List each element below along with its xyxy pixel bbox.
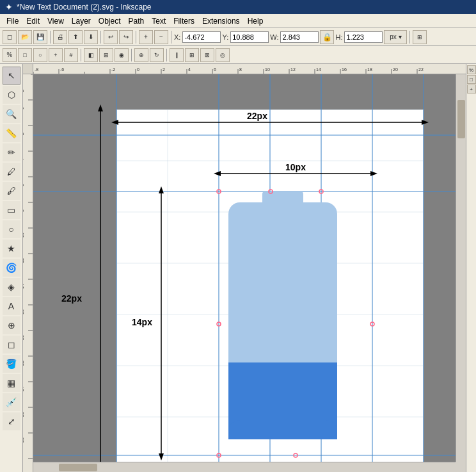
gradient-tool[interactable]: ▦ xyxy=(3,374,20,392)
svg-text:12: 12 xyxy=(23,258,24,263)
svg-rect-118 xyxy=(59,464,97,471)
svg-text:0: 0 xyxy=(137,67,139,72)
title-bar: ✦ *New Text Document (2).svg - Inkscape xyxy=(0,0,476,14)
h-label: H: xyxy=(335,33,342,41)
svg-text:18: 18 xyxy=(23,309,24,314)
snap-nodes[interactable]: ○ xyxy=(33,48,47,62)
h-field: H: xyxy=(335,31,383,43)
snap-bbox-corner[interactable]: ◧ xyxy=(84,48,98,62)
svg-text:16: 16 xyxy=(342,67,347,72)
svg-text:22px: 22px xyxy=(247,111,267,121)
drawing-area[interactable]: 22px 10px 22px 14px xyxy=(33,74,466,472)
rect-tool[interactable]: ▭ xyxy=(3,201,20,219)
snap-to-bbox[interactable]: ⊠ xyxy=(200,48,214,62)
snap-right-2[interactable]: □ xyxy=(467,75,476,84)
snap-right-1[interactable]: % xyxy=(467,65,476,74)
window-title: *New Text Document (2).svg - Inkscape xyxy=(17,3,152,12)
x-input[interactable] xyxy=(182,31,221,43)
zoom-out-button[interactable]: − xyxy=(154,30,168,44)
menu-edit[interactable]: Edit xyxy=(22,15,44,27)
menu-extensions[interactable]: Extensions xyxy=(198,15,244,27)
spiral-tool[interactable]: 🌀 xyxy=(3,259,20,277)
menu-object[interactable]: Object xyxy=(95,15,125,27)
ruler-corner xyxy=(23,64,33,74)
y-input[interactable] xyxy=(230,31,269,43)
transform-button[interactable]: ⊞ xyxy=(413,30,427,44)
calligraphy-tool[interactable]: 🖋 xyxy=(3,182,20,200)
spray-tool[interactable]: ⊕ xyxy=(3,316,20,334)
bucket-tool[interactable]: 🪣 xyxy=(3,355,20,373)
select-tool[interactable]: ↖ xyxy=(3,67,20,85)
lock-aspect-icon[interactable]: 🔒 xyxy=(320,30,334,44)
svg-canvas[interactable]: 22px 10px 22px 14px xyxy=(33,74,466,472)
x-label: X: xyxy=(174,33,180,41)
connector-tool[interactable]: ⤢ xyxy=(3,412,20,430)
svg-text:6: 6 xyxy=(23,184,24,186)
svg-text:-2: -2 xyxy=(23,90,24,94)
star-tool[interactable]: ★ xyxy=(3,240,20,257)
svg-text:8: 8 xyxy=(239,67,242,72)
undo-button[interactable]: ↩ xyxy=(104,30,118,44)
save-button[interactable]: 💾 xyxy=(33,30,47,44)
new-button[interactable]: ◻ xyxy=(3,30,17,44)
pen-tool[interactable]: 🖊 xyxy=(3,163,20,181)
snap-to-grid[interactable]: ⊞ xyxy=(185,48,199,62)
snap-guides[interactable]: + xyxy=(49,48,63,62)
snap-center[interactable]: ⊕ xyxy=(134,48,148,62)
pencil-tool[interactable]: ✏ xyxy=(3,143,20,161)
circle-tool[interactable]: ○ xyxy=(3,220,20,238)
svg-rect-93 xyxy=(262,199,303,207)
redo-button[interactable]: ↪ xyxy=(119,30,133,44)
h-input[interactable] xyxy=(344,31,383,43)
menu-path[interactable]: Path xyxy=(125,15,148,27)
y-label: Y: xyxy=(222,33,228,41)
scrollbar-vertical[interactable] xyxy=(456,74,466,462)
unit-selector[interactable]: px ▾ xyxy=(384,30,407,44)
menu-filters[interactable]: Filters xyxy=(170,15,198,27)
measure-tool[interactable]: 📏 xyxy=(3,124,20,142)
snap-bbox-mid[interactable]: ⊞ xyxy=(99,48,113,62)
w-field: W: xyxy=(270,31,319,43)
print-button[interactable]: 🖨 xyxy=(53,30,67,44)
snap-rotation[interactable]: ↻ xyxy=(150,48,164,62)
svg-text:10: 10 xyxy=(265,67,270,72)
zoom-in-button[interactable]: + xyxy=(139,30,153,44)
svg-text:20: 20 xyxy=(393,67,398,72)
svg-text:24: 24 xyxy=(23,386,24,391)
svg-text:8: 8 xyxy=(23,209,24,212)
svg-text:2: 2 xyxy=(23,133,24,135)
w-input[interactable] xyxy=(280,31,319,43)
snap-to-guide[interactable]: ‖ xyxy=(170,48,184,62)
svg-text:10: 10 xyxy=(23,232,24,238)
text-tool[interactable]: A xyxy=(3,297,20,315)
dropper-tool[interactable]: 💉 xyxy=(3,393,20,411)
svg-text:26: 26 xyxy=(23,412,24,417)
toolbar-main: ◻ 📂 💾 🖨 ⬆ ⬇ ↩ ↪ + − X: Y: W: 🔒 H: px ▾ ⊞ xyxy=(0,28,476,46)
zoom-tool[interactable]: 🔍 xyxy=(3,105,20,123)
open-button[interactable]: 📂 xyxy=(18,30,32,44)
snap-bbox[interactable]: □ xyxy=(18,48,32,62)
menu-file[interactable]: File xyxy=(3,15,22,27)
d3-tool[interactable]: ◈ xyxy=(3,278,20,296)
eraser-tool[interactable]: ◻ xyxy=(3,336,20,354)
w-label: W: xyxy=(270,33,278,41)
menu-text[interactable]: Text xyxy=(148,15,170,27)
menu-layer[interactable]: Layer xyxy=(68,15,95,27)
snap-toggle[interactable]: % xyxy=(3,48,17,62)
snap-right-3[interactable]: + xyxy=(467,85,476,94)
snap-to-node[interactable]: ◎ xyxy=(216,48,230,62)
snap-grid[interactable]: # xyxy=(64,48,78,62)
import-button[interactable]: ⬆ xyxy=(68,30,83,44)
svg-text:6: 6 xyxy=(214,67,216,72)
export-button[interactable]: ⬇ xyxy=(84,30,98,44)
node-tool[interactable]: ⬡ xyxy=(3,86,20,104)
snap-node-paths[interactable]: ◉ xyxy=(115,48,129,62)
svg-text:-6: -6 xyxy=(60,67,64,72)
menu-view[interactable]: View xyxy=(44,15,68,27)
svg-rect-120 xyxy=(457,100,465,138)
canvas-area[interactable]: -8 -6 -2 0 2 4 6 8 10 xyxy=(23,64,466,472)
menu-help[interactable]: Help xyxy=(244,15,267,27)
svg-text:2: 2 xyxy=(163,67,165,72)
menu-bar: File Edit View Layer Object Path Text Fi… xyxy=(0,14,476,28)
scrollbar-horizontal[interactable] xyxy=(33,462,456,472)
